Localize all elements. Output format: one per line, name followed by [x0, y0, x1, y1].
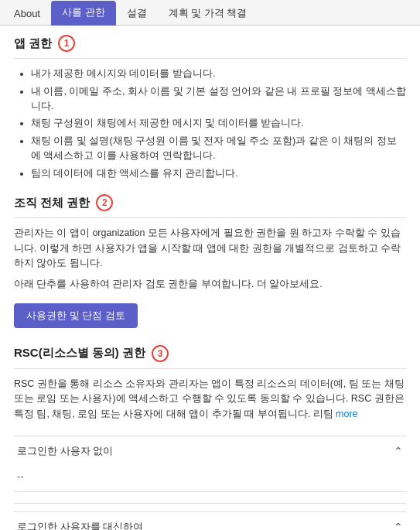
list-item: 채팅 구성원이 채팅에서 제공한 메시지 및 데이터를 받습니다.: [31, 116, 406, 131]
app-permissions-divider: [14, 58, 406, 59]
org-permissions-badge: 2: [96, 194, 113, 211]
tab-settings[interactable]: 설결: [116, 1, 158, 26]
org-permissions-section: 조직 전체 권한 2 관리자는 이 앱이 organization 모든 사용자…: [14, 194, 406, 331]
no-user-collapsible-header[interactable]: 로그인한 사용자 없이 ⌃: [14, 436, 406, 466]
chevron-up-icon-2: ⌃: [394, 521, 403, 530]
org-permissions-link-text: 아래 단추를 사용하여 관리자 검토 권한을 부여합니다. 더 알아보세요.: [14, 277, 406, 292]
app-permissions-list: 내가 제공한 메시지와 데이터를 받습니다. 내 이름, 이메일 주소, 회사 …: [14, 67, 406, 180]
rsc-permissions-title: RSC(리소스별 동의) 권한: [14, 346, 145, 361]
tab-permissions[interactable]: 사를 관한: [51, 1, 116, 26]
no-user-collapsible: 로그인한 사용자 없이 ⌃ --: [14, 436, 406, 492]
list-item: 내 이름, 이메일 주소, 회사 이름 및 기본 설정 언어와 같은 내 프로필…: [31, 84, 406, 114]
list-item: 채팅 이름 및 설명(채팅 구성원 이름 및 전자 메일 주소 포함)과 같은 …: [31, 134, 406, 163]
tab-bar: About 사를 관한 설결 계획 및 가격 책결: [0, 0, 420, 26]
as-user-collapsible: 로그인한 사용자를 대신하여 ⌃ 이 채팅과 연결된 팀의 팀 스테이지에 원한…: [14, 511, 406, 530]
org-permissions-divider: [14, 217, 406, 218]
org-permissions-title: 조직 전체 권한: [14, 196, 90, 210]
more-link[interactable]: more: [336, 409, 357, 419]
org-permissions-description: 관리자는 이 앱이 organization 모든 사용자에게 필요한 권한을 …: [14, 226, 406, 271]
review-permissions-button[interactable]: 사용권한 및 단점 검토: [14, 303, 138, 328]
list-item: 내가 제공한 메시지와 데이터를 받습니다.: [31, 67, 406, 81]
tab-plans[interactable]: 계획 및 가격 책결: [158, 1, 258, 26]
rsc-permissions-section: RSC(리소스별 동의) 권한 3 RSC 권한을 통해 리소스 소유자와 관리…: [14, 345, 406, 422]
app-permissions-title: 앱 권한: [14, 36, 52, 51]
app-permissions-header: 앱 권한 1: [14, 35, 406, 52]
section-separator: [14, 503, 406, 504]
rsc-permissions-description: RSC 권한을 통해 리소스 소유자와 관리자는 앱이 특정 리소스의 데이터(…: [14, 377, 406, 422]
tab-about[interactable]: About: [3, 1, 51, 26]
main-content: 앱 권한 1 내가 제공한 메시지와 데이터를 받습니다. 내 이름, 이메일 …: [0, 26, 420, 530]
chevron-up-icon: ⌃: [394, 445, 403, 457]
no-user-collapsible-body: --: [14, 466, 406, 491]
org-permissions-header: 조직 전체 권한 2: [14, 194, 406, 211]
rsc-permissions-divider: [14, 368, 406, 369]
as-user-collapsible-header[interactable]: 로그인한 사용자를 대신하여 ⌃: [14, 512, 406, 530]
app-permissions-section: 앱 권한 1 내가 제공한 메시지와 데이터를 받습니다. 내 이름, 이메일 …: [14, 35, 406, 180]
rsc-permissions-header: RSC(리소스별 동의) 권한 3: [14, 345, 406, 362]
list-item: 팀의 데이터에 대한 액세스를 유지 관리합니다.: [31, 166, 406, 181]
app-permissions-badge: 1: [58, 35, 75, 52]
no-user-title: 로그인한 사용자 없이: [17, 444, 113, 458]
no-user-content: --: [17, 470, 24, 482]
as-user-title: 로그인한 사용자를 대신하여: [17, 520, 143, 530]
rsc-permissions-badge: 3: [152, 345, 169, 362]
